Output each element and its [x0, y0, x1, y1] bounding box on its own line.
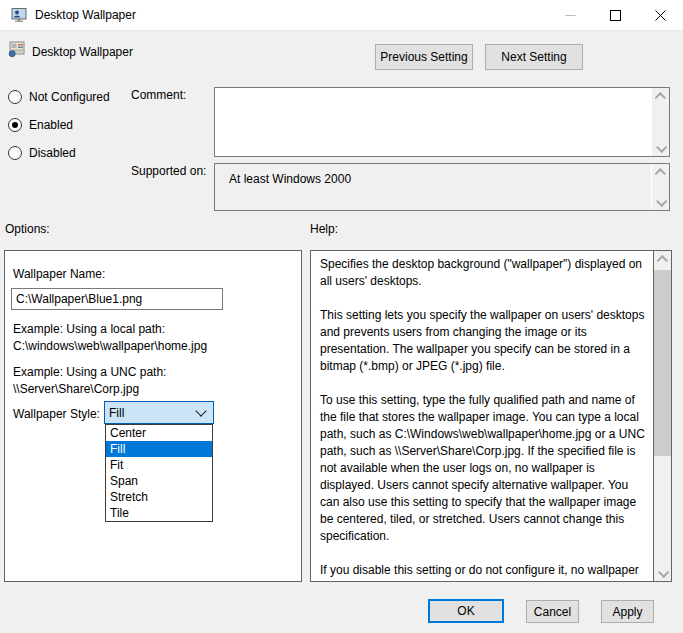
help-paragraph: To use this setting, type the fully qual…: [320, 392, 649, 545]
example-unc-caption: Example: Using a UNC path:: [13, 365, 166, 379]
previous-setting-button[interactable]: Previous Setting: [375, 44, 473, 70]
supported-on-textbox: At least Windows 2000: [214, 163, 670, 211]
chevron-down-icon: [195, 405, 206, 416]
supported-scrollbar: [651, 164, 669, 210]
help-paragraph: Specifies the desktop background ("wallp…: [320, 256, 649, 290]
comment-scrollbar[interactable]: [652, 88, 669, 156]
wallpaper-style-label: Wallpaper Style:: [13, 407, 100, 421]
radio-circle: [8, 146, 22, 160]
scroll-down-icon: [652, 193, 669, 210]
dropdown-option-fit[interactable]: Fit: [106, 457, 212, 473]
dropdown-option-fill[interactable]: Fill: [106, 441, 212, 457]
cancel-button[interactable]: Cancel: [526, 600, 579, 623]
previous-setting-label: Previous Setting: [380, 50, 467, 64]
help-text: Specifies the desktop background ("wallp…: [311, 251, 654, 581]
help-scrollbar[interactable]: [653, 251, 671, 581]
window-title: Desktop Wallpaper: [35, 0, 136, 30]
options-section-label: Options:: [5, 222, 50, 236]
radio-circle-selected: [8, 118, 22, 132]
apply-label: Apply: [612, 605, 642, 619]
radio-disabled-label: Disabled: [29, 146, 76, 160]
comment-label: Comment:: [131, 88, 186, 102]
scroll-down-icon[interactable]: [652, 139, 669, 156]
scrollbar-thumb[interactable]: [654, 270, 671, 456]
dropdown-option-span[interactable]: Span: [106, 473, 212, 489]
scroll-down-icon[interactable]: [654, 564, 671, 581]
wallpaper-name-input[interactable]: [11, 288, 223, 310]
dropdown-option-stretch[interactable]: Stretch: [106, 489, 212, 505]
radio-enabled-label: Enabled: [29, 118, 73, 132]
radio-not-configured-label: Not Configured: [29, 90, 110, 104]
setting-title: Desktop Wallpaper: [32, 45, 133, 59]
wallpaper-style-value: Fill: [105, 406, 197, 420]
dropdown-option-center[interactable]: Center: [106, 425, 212, 441]
next-setting-label: Next Setting: [501, 50, 566, 64]
ok-label: OK: [457, 604, 474, 618]
wallpaper-name-label: Wallpaper Name:: [13, 267, 105, 281]
example-unc-path: \\Server\Share\Corp.jpg: [13, 382, 139, 396]
scroll-up-icon[interactable]: [654, 251, 671, 268]
next-setting-button[interactable]: Next Setting: [485, 44, 583, 70]
apply-button[interactable]: Apply: [601, 600, 654, 623]
example-local-caption: Example: Using a local path:: [13, 322, 165, 336]
minimize-button: [548, 0, 593, 30]
dropdown-option-tile[interactable]: Tile: [106, 505, 212, 521]
help-panel: Specifies the desktop background ("wallp…: [310, 250, 672, 582]
wallpaper-style-dropdown-list: Center Fill Fit Span Stretch Tile: [105, 424, 213, 522]
scroll-up-icon[interactable]: [652, 88, 669, 105]
titlebar: Desktop Wallpaper: [0, 0, 683, 31]
options-panel: Wallpaper Name: Example: Using a local p…: [4, 250, 302, 582]
maximize-button[interactable]: [593, 0, 638, 30]
scroll-up-icon: [652, 164, 669, 181]
policy-setting-icon: [8, 41, 26, 58]
help-paragraph: If you disable this setting or do not co…: [320, 562, 649, 581]
help-section-label: Help:: [310, 222, 338, 236]
radio-disabled[interactable]: Disabled: [8, 146, 76, 160]
comment-textbox[interactable]: [214, 87, 670, 157]
supported-on-label: Supported on:: [131, 164, 206, 178]
desktop-wallpaper-window-icon: [11, 7, 27, 23]
wallpaper-style-combobox[interactable]: Fill: [104, 401, 214, 424]
radio-circle: [8, 90, 22, 104]
supported-on-value: At least Windows 2000: [229, 172, 351, 186]
help-paragraph: This setting lets you specify the wallpa…: [320, 307, 649, 375]
radio-enabled[interactable]: Enabled: [8, 118, 73, 132]
radio-not-configured[interactable]: Not Configured: [8, 90, 110, 104]
example-local-path: C:\windows\web\wallpaper\home.jpg: [13, 339, 207, 353]
cancel-label: Cancel: [534, 605, 571, 619]
close-button[interactable]: [638, 0, 683, 30]
ok-button[interactable]: OK: [428, 599, 504, 623]
